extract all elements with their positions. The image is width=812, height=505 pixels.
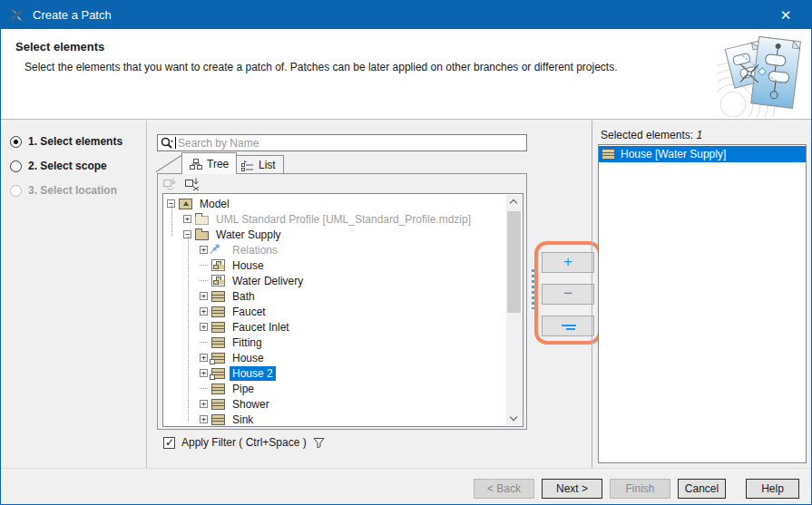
- cls-icon: [211, 291, 225, 302]
- next-button[interactable]: Next >: [542, 479, 602, 499]
- element-tree: −Model+UML Standard Profile [UML_Standar…: [162, 193, 523, 427]
- tree-item[interactable]: +Shower: [164, 396, 506, 412]
- cancel-button[interactable]: Cancel: [678, 479, 726, 499]
- close-button[interactable]: ✕: [766, 1, 806, 29]
- tree-item-label: Shower: [230, 397, 272, 412]
- expand-icon[interactable]: +: [200, 246, 208, 254]
- tree-item[interactable]: Pipe: [164, 381, 506, 396]
- cls-icon: [211, 337, 225, 348]
- selected-elements-list[interactable]: House [Water Supply]: [598, 144, 807, 463]
- scroll-down-icon[interactable]: [510, 413, 517, 421]
- tab-tree[interactable]: Tree: [181, 152, 237, 174]
- remove-all-button[interactable]: [542, 316, 594, 336]
- selected-element-row[interactable]: House [Water Supply]: [599, 146, 806, 162]
- tree-item[interactable]: +Sink: [164, 412, 506, 425]
- expand-icon[interactable]: +: [200, 369, 208, 377]
- tree-item[interactable]: +House: [164, 350, 506, 365]
- selected-elements-label: Selected elements: 1: [601, 129, 702, 141]
- tree-scrollbar[interactable]: [506, 195, 522, 425]
- tree-tab-icon: [190, 159, 202, 170]
- tree-item[interactable]: Water Delivery: [164, 273, 506, 288]
- expand-icon[interactable]: +: [200, 415, 208, 423]
- tree-line: [200, 388, 208, 389]
- tree-item-label: Relations: [230, 243, 280, 257]
- tree-line: [200, 280, 208, 281]
- tree-item-label: Water Supply: [213, 228, 284, 242]
- help-button[interactable]: Help: [746, 479, 799, 499]
- tree-rows: −Model+UML Standard Profile [UML_Standar…: [164, 195, 506, 425]
- select-in-containment-tree-icon[interactable]: [185, 178, 200, 191]
- radio-disabled-icon: [10, 185, 22, 197]
- cls-icon: [211, 306, 225, 317]
- wizard-header: Select elements Select the elements that…: [1, 29, 811, 120]
- expand-icon[interactable]: +: [200, 354, 208, 362]
- tree-line: [200, 342, 208, 343]
- folder-icon: [195, 231, 209, 240]
- expand-icon[interactable]: +: [183, 215, 191, 223]
- step-label: 1. Select elements: [28, 135, 122, 148]
- expand-icon[interactable]: +: [200, 400, 208, 408]
- scrollbar-thumb[interactable]: [507, 211, 521, 313]
- search-input[interactable]: [176, 137, 526, 150]
- tree-item-label: Fitting: [230, 335, 265, 350]
- expand-icon[interactable]: +: [200, 323, 208, 331]
- titlebar[interactable]: Create a Patch ✕: [1, 1, 811, 29]
- cls-icon: [211, 384, 225, 394]
- tree-item[interactable]: +Faucet Inlet: [164, 319, 506, 335]
- tree-item-label: Model: [197, 197, 232, 211]
- radio-selected-icon[interactable]: [10, 136, 22, 148]
- footer-bar: < Back Next > Finish Cancel Help: [1, 468, 811, 504]
- tree-item[interactable]: +Bath: [164, 288, 506, 304]
- tab-list[interactable]: List: [233, 155, 284, 174]
- tree-item-label: Sink: [230, 413, 256, 426]
- filter-funnel-icon[interactable]: [313, 437, 325, 449]
- expand-icon[interactable]: +: [200, 307, 208, 316]
- tab-label: Tree: [207, 158, 229, 170]
- expand-icon[interactable]: +: [200, 292, 208, 300]
- cls-icon: [211, 399, 225, 410]
- tree-item-label: Bath: [230, 289, 258, 304]
- model-icon: [179, 199, 192, 209]
- add-button[interactable]: +: [542, 252, 594, 273]
- tree-item[interactable]: +Relations: [164, 242, 506, 257]
- tree-guide-line: [188, 237, 189, 421]
- relations-icon: [211, 245, 225, 256]
- patch-illustration-icon: [717, 32, 809, 117]
- search-icon[interactable]: [160, 136, 174, 151]
- tree-item[interactable]: −Model: [164, 196, 506, 211]
- step-label: 2. Select scope: [28, 160, 107, 172]
- panel-divider: [592, 121, 592, 469]
- cls-sub-icon: [211, 368, 225, 379]
- cls-sub-icon: [211, 353, 225, 364]
- remove-button[interactable]: −: [542, 284, 594, 305]
- page-description: Select the elements that you want to cre…: [24, 61, 660, 73]
- radio-icon[interactable]: [10, 160, 22, 172]
- cls-icon: [602, 149, 615, 160]
- apply-filter-row[interactable]: Apply Filter ( Ctrl+Space ): [163, 436, 325, 449]
- wizard-steps: 1. Select elements 2. Select scope 3. Se…: [1, 121, 147, 469]
- tree-item-label: House: [230, 258, 267, 273]
- apply-filter-checkbox[interactable]: [163, 437, 175, 449]
- tree-item[interactable]: +Faucet: [164, 304, 506, 319]
- step-select-scope[interactable]: 2. Select scope: [10, 160, 107, 172]
- selected-elements-count: 1: [696, 129, 702, 141]
- tree-item[interactable]: House: [164, 257, 506, 273]
- list-tab-icon: [241, 160, 254, 171]
- tree-item[interactable]: +House 2: [164, 365, 506, 381]
- tree-item-label: House 2: [230, 366, 276, 381]
- step-select-elements[interactable]: 1. Select elements: [10, 135, 122, 148]
- selected-elements-text: Selected elements:: [601, 129, 693, 141]
- tree-item-label: Faucet: [230, 305, 269, 319]
- profile-icon: [195, 216, 209, 225]
- tab-label: List: [259, 159, 276, 171]
- tab-diagonal-line: [155, 155, 181, 172]
- tree-item[interactable]: −Water Supply: [164, 227, 506, 242]
- tree-item-label: UML Standard Profile [UML_Standard_Profi…: [213, 212, 474, 227]
- diagram-icon: [211, 259, 225, 271]
- search-box[interactable]: [157, 134, 527, 151]
- tree-item[interactable]: Fitting: [164, 335, 506, 350]
- cls-icon: [211, 322, 225, 333]
- selected-element-label: House [Water Supply]: [621, 148, 726, 160]
- tree-item[interactable]: +UML Standard Profile [UML_Standard_Prof…: [164, 211, 506, 227]
- scroll-up-icon[interactable]: [510, 199, 517, 207]
